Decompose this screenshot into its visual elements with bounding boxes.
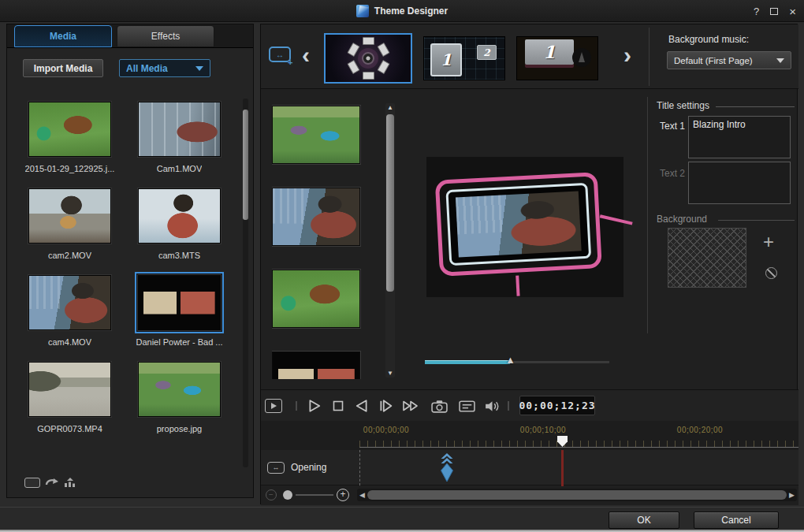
background-swatch[interactable] bbox=[668, 228, 746, 288]
zoom-slider-track[interactable] bbox=[296, 494, 333, 496]
zoom-in-button[interactable]: + bbox=[337, 489, 349, 501]
media-filename: propose.jpg bbox=[157, 424, 203, 433]
previous-frame-icon bbox=[355, 399, 369, 413]
ruler-timestamp: 00;00;10;00 bbox=[520, 426, 566, 434]
display-mode-icon[interactable] bbox=[24, 478, 40, 488]
rotate-icon[interactable] bbox=[45, 477, 59, 488]
app-icon bbox=[356, 5, 369, 17]
ok-button[interactable]: OK bbox=[609, 512, 679, 529]
filmstrip-thumbnail[interactable] bbox=[272, 106, 360, 164]
media-item[interactable]: 2015-01-29_122925.j... bbox=[18, 99, 122, 173]
media-item[interactable]: Daniel Powter - Bad ... bbox=[128, 272, 232, 347]
media-thumbnail[interactable] bbox=[28, 102, 111, 157]
media-scrollbar[interactable] bbox=[243, 99, 248, 467]
ruler-timestamp: 00;00;00;00 bbox=[363, 426, 409, 434]
help-button[interactable]: ? bbox=[754, 6, 759, 17]
library-toolbar: Import Media All Media bbox=[7, 48, 253, 84]
template-single-card[interactable]: 1 bbox=[516, 36, 598, 80]
add-page-glyph: ↔ bbox=[276, 50, 284, 59]
display-options-button[interactable] bbox=[457, 396, 476, 415]
media-thumbnail[interactable] bbox=[28, 275, 111, 330]
previous-frame-button[interactable] bbox=[352, 396, 371, 415]
timeline-scrollbar[interactable]: ◀ ▶ bbox=[357, 489, 797, 501]
template-rotating-wheel[interactable] bbox=[324, 33, 412, 84]
filmstrip-scrollbar[interactable]: ▲ ▼ bbox=[385, 103, 395, 378]
play-button[interactable] bbox=[305, 396, 324, 415]
import-media-button[interactable]: Import Media bbox=[23, 59, 103, 77]
filmstrip bbox=[272, 100, 363, 379]
template-number: 2 bbox=[477, 45, 497, 60]
scroll-right-icon[interactable]: ▶ bbox=[789, 491, 795, 499]
scroll-up-icon[interactable]: ▲ bbox=[385, 104, 395, 111]
scroll-left-icon[interactable]: ◀ bbox=[359, 491, 365, 499]
maximize-button[interactable] bbox=[770, 8, 778, 15]
text2-field[interactable] bbox=[688, 162, 791, 204]
separator bbox=[508, 401, 509, 411]
camera-icon bbox=[431, 400, 448, 413]
media-filename: 2015-01-29_122925.j... bbox=[25, 164, 115, 173]
template-number: 1 bbox=[525, 39, 574, 65]
frame-accent-line bbox=[600, 214, 633, 225]
snapshot-button[interactable] bbox=[430, 396, 449, 415]
no-background-button[interactable] bbox=[765, 267, 777, 279]
add-background-button[interactable]: + bbox=[763, 231, 774, 253]
scroll-down-icon[interactable]: ▼ bbox=[385, 370, 395, 377]
send-to-timeline-icon[interactable] bbox=[64, 477, 76, 488]
seek-thumb[interactable]: ▲ bbox=[505, 355, 516, 366]
filmstrip-thumbnail[interactable] bbox=[272, 270, 360, 328]
theme-frame-graphic bbox=[435, 172, 602, 277]
library-footer-icons bbox=[24, 477, 76, 488]
media-item[interactable]: cam4.MOV bbox=[18, 272, 122, 347]
stop-button[interactable] bbox=[329, 396, 348, 415]
background-music-value: Default (First Page) bbox=[674, 56, 753, 65]
text1-field[interactable]: Blazing Intro bbox=[688, 116, 791, 158]
zoom-out-button[interactable]: − bbox=[266, 489, 277, 500]
template-numbered-cards[interactable]: 12 bbox=[423, 36, 505, 80]
timeline-ruler[interactable]: 00;00;00;0000;00;10;0000;00;20;00 bbox=[261, 421, 798, 450]
track-label: Opening bbox=[291, 462, 326, 473]
fast-forward-button[interactable] bbox=[401, 396, 420, 415]
media-item[interactable]: propose.jpg bbox=[128, 359, 232, 433]
media-filter-value: All Media bbox=[126, 63, 168, 74]
media-item[interactable]: GOPR0073.MP4 bbox=[18, 359, 122, 433]
next-frame-button[interactable] bbox=[376, 396, 395, 415]
filmstrip-thumbnail[interactable] bbox=[272, 352, 360, 379]
timeline-scrollbar-thumb[interactable] bbox=[367, 490, 787, 500]
media-item[interactable]: cam3.MTS bbox=[128, 185, 232, 260]
keyframe-diamond-icon[interactable] bbox=[439, 453, 455, 482]
theme-designer-window: Theme Designer ? × MediaEffects Import M… bbox=[0, 0, 804, 532]
background-music-dropdown[interactable]: Default (First Page) bbox=[667, 51, 791, 69]
carousel-right-arrow[interactable]: › bbox=[623, 43, 631, 67]
media-thumbnail[interactable] bbox=[28, 188, 111, 244]
seek-slider[interactable]: ▲ bbox=[425, 357, 609, 368]
template-strip: 121 bbox=[324, 31, 617, 86]
filmstrip-scrollbar-thumb[interactable] bbox=[386, 114, 394, 292]
close-button[interactable]: × bbox=[789, 6, 796, 17]
media-thumbnail[interactable] bbox=[138, 188, 221, 244]
media-item[interactable]: Cam1.MOV bbox=[128, 99, 232, 173]
next-frame-icon bbox=[378, 399, 393, 413]
volume-button[interactable] bbox=[482, 396, 501, 415]
filmstrip-thumbnail[interactable] bbox=[272, 188, 360, 246]
media-thumbnail[interactable] bbox=[138, 102, 221, 157]
zoom-slider-thumb[interactable] bbox=[283, 490, 292, 500]
tab-effects[interactable]: Effects bbox=[117, 25, 214, 47]
template-number: 1 bbox=[430, 43, 462, 76]
media-item[interactable]: cam2.MOV bbox=[18, 185, 122, 260]
media-thumbnail[interactable] bbox=[138, 362, 221, 417]
dropdown-caret-icon bbox=[195, 66, 203, 71]
carousel-left-arrow[interactable]: ‹ bbox=[302, 43, 310, 67]
text1-label: Text 1 bbox=[660, 121, 685, 132]
timecode-display: 00;00;12;23 bbox=[519, 396, 595, 415]
media-thumbnail[interactable] bbox=[138, 275, 221, 330]
tab-media[interactable]: Media bbox=[14, 25, 112, 47]
play-in-window-button[interactable] bbox=[264, 396, 283, 415]
playhead-line bbox=[561, 450, 564, 486]
media-filename: cam3.MTS bbox=[158, 251, 200, 260]
titlebar: Theme Designer ? × bbox=[0, 0, 804, 22]
media-filter-dropdown[interactable]: All Media bbox=[119, 59, 210, 77]
cancel-button[interactable]: Cancel bbox=[694, 512, 779, 529]
ruler-timestamp: 00;00;20;00 bbox=[677, 426, 723, 434]
media-thumbnail[interactable] bbox=[28, 362, 111, 417]
ruler-ticks bbox=[359, 441, 798, 448]
